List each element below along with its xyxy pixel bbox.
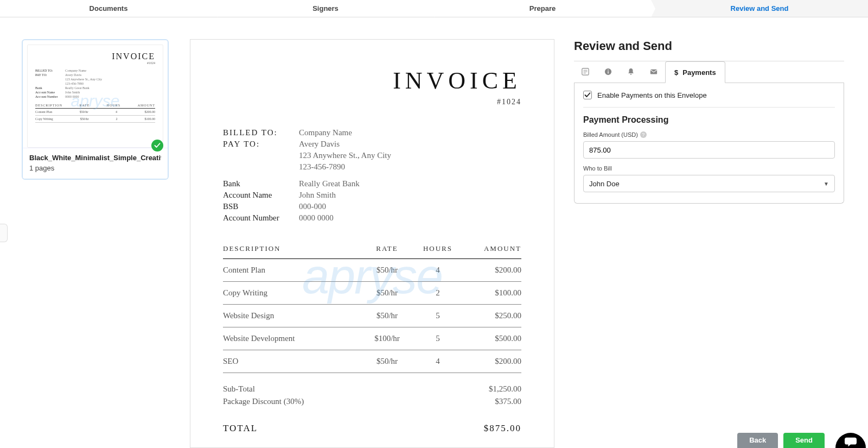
back-button[interactable]: Back — [737, 433, 778, 448]
chevron-down-icon: ▼ — [824, 181, 829, 187]
billed-amount-label: Billed Amount (USD)? — [583, 131, 835, 138]
enable-payments-label: Enable Payments on this Envelope — [597, 91, 707, 99]
payments-tab[interactable]: $Payments — [665, 61, 725, 83]
review-tabs: $Payments — [574, 61, 844, 83]
wizard-tabs: Documents Signers Prepare Review and Sen… — [0, 0, 868, 17]
table-row: Copy Writing$50/hr2$100.00 — [223, 282, 521, 305]
svg-rect-8 — [650, 70, 657, 74]
check-circle-icon — [151, 140, 163, 152]
invoice-number: #1024 — [223, 98, 521, 106]
panel-title: Review and Send — [574, 39, 844, 61]
invoice-table: DESCRIPTION RATE HOURS AMOUNT Content Pl… — [223, 244, 521, 373]
send-button[interactable]: Send — [783, 433, 825, 448]
dollar-icon: $ — [674, 68, 678, 77]
tab-prepare[interactable]: Prepare — [434, 0, 651, 17]
info-icon[interactable] — [597, 61, 620, 83]
table-row: Website Design$50/hr5$250.00 — [223, 305, 521, 327]
bell-icon[interactable] — [620, 61, 642, 83]
chat-widget-icon[interactable] — [835, 433, 866, 448]
enable-payments-checkbox[interactable] — [583, 91, 592, 99]
payment-processing-heading: Payment Processing — [583, 115, 835, 125]
sidebar-collapse-handle[interactable] — [0, 224, 8, 242]
table-row: SEO$50/hr4$200.00 — [223, 350, 521, 373]
svg-rect-5 — [608, 71, 608, 73]
thumbnail-filename: Black_White_Minimalist_Simple_Creative_ — [29, 154, 161, 162]
tab-review-send[interactable]: Review and Send — [651, 0, 868, 17]
document-thumbnail[interactable]: INVOICE #1024 BILLED TO:Company Name PAY… — [22, 39, 169, 180]
thumb-invoice-number: #1024 — [35, 61, 155, 65]
details-icon[interactable] — [574, 61, 597, 83]
table-row: Website Development$100/hr5$500.00 — [223, 327, 521, 350]
who-to-bill-label: Who to Bill — [583, 165, 835, 172]
thumbnail-pagecount: 1 pages — [29, 164, 161, 172]
table-row: Content Plan$50/hr4$200.00 — [223, 259, 521, 282]
invoice-title: INVOICE — [223, 67, 521, 94]
tab-signers[interactable]: Signers — [217, 0, 434, 17]
payments-panel: Enable Payments on this Envelope Payment… — [574, 83, 844, 204]
thumb-invoice-title: INVOICE — [35, 52, 155, 61]
mail-icon[interactable] — [642, 61, 665, 83]
who-to-bill-select[interactable]: John Doe ▼ — [583, 175, 835, 192]
help-icon[interactable]: ? — [640, 131, 647, 138]
tab-documents[interactable]: Documents — [0, 0, 217, 17]
billed-amount-input[interactable] — [583, 141, 835, 159]
svg-point-7 — [630, 74, 631, 75]
document-preview: INVOICE #1024 BILLED TO:Company Name PAY… — [190, 39, 554, 448]
svg-point-6 — [608, 70, 609, 71]
